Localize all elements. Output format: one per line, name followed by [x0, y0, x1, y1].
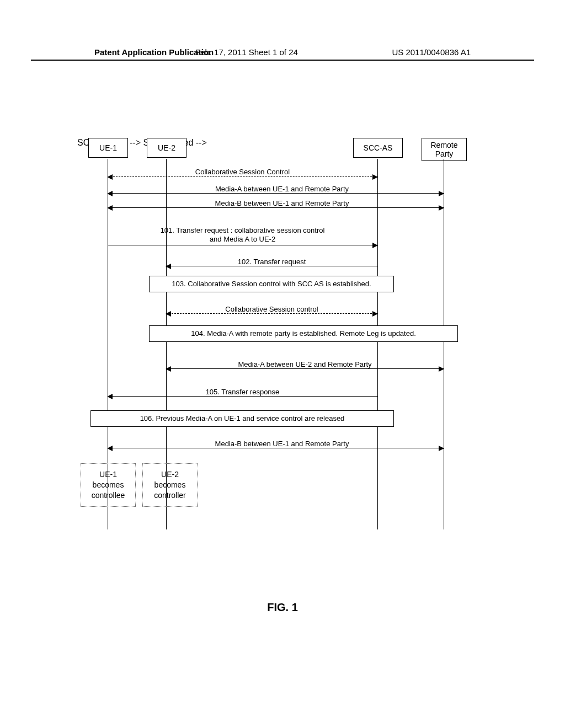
arrow-collab-session-control	[108, 176, 377, 177]
arrow-102-transfer-request	[166, 266, 377, 266]
arrow-101-transfer-request	[108, 245, 377, 245]
box-103-collab-session-established: 103. Collaborative Session control with …	[149, 276, 394, 292]
participant-ue1: UE-1	[88, 138, 128, 158]
arrow-media-b-ue1-rp-final	[108, 448, 444, 448]
doc-number: US 2011/0040836 A1	[392, 47, 471, 57]
endnote-ue1-controllee: UE-1 becomes controllee	[81, 463, 136, 507]
label-media-a-ue1-rp: Media-A between UE-1 and Remote Party	[166, 185, 398, 193]
arrow-media-b-ue1-rp	[108, 207, 444, 208]
lifeline-rp	[444, 159, 444, 529]
arrow-collab-session-control-ue2	[166, 313, 377, 314]
arrow-105-transfer-response	[108, 396, 377, 397]
lifeline-scc	[377, 159, 378, 529]
endnote-ue2-controller: UE-2 becomes controller	[142, 463, 198, 507]
participant-ue2: UE-2	[147, 138, 186, 158]
label-101-transfer-request-l2: and Media A to UE-2	[108, 235, 377, 243]
label-collab-session-control: Collaborative Session Control	[108, 168, 377, 176]
arrow-media-a-ue2-rp	[166, 368, 444, 369]
page-header: Patent Application Publication Feb. 17, …	[31, 47, 534, 61]
participant-scc-as: SCC-AS	[353, 138, 403, 158]
sequence-diagram: UE-1 UE-2 SCC-AS Remote Party SCC dashed…	[77, 138, 486, 557]
box-104-media-a-established: 104. Media-A with remote party is establ…	[149, 325, 458, 342]
sheet-label: Feb. 17, 2011 Sheet 1 of 24	[195, 47, 298, 57]
label-105-transfer-response: 105. Transfer response	[108, 388, 377, 396]
label-media-b-ue1-rp: Media-B between UE-1 and Remote Party	[166, 199, 398, 207]
label-101-transfer-request-l1: 101. Transfer request : collaborative se…	[108, 226, 377, 234]
label-media-a-ue2-rp: Media-A between UE-2 and Remote Party	[166, 360, 444, 368]
label-media-b-ue1-rp-final: Media-B between UE-1 and Remote Party	[166, 440, 398, 448]
label-collab-session-control-ue2: Collaborative Session control	[166, 305, 377, 313]
label-102-transfer-request: 102. Transfer request	[166, 258, 377, 266]
figure-caption: FIG. 1	[0, 601, 565, 614]
arrow-media-a-ue1-rp	[108, 193, 444, 194]
participant-remote-party: Remote Party	[422, 138, 467, 161]
box-106-release: 106. Previous Media-A on UE-1 and servic…	[90, 410, 394, 427]
